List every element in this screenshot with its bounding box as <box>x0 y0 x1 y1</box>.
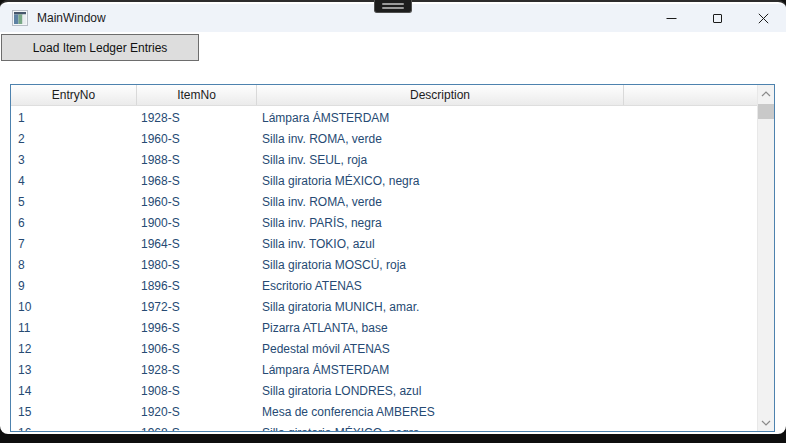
main-window: MainWindow Load Item Ledger Entries Entr… <box>0 0 786 434</box>
table-row[interactable]: 6 1900-S Silla inv. PARÍS, negra <box>11 212 757 233</box>
table-row[interactable]: 4 1968-S Silla giratoria MÉXICO, negra <box>11 170 757 191</box>
cell-description[interactable]: Pedestal móvil ATENAS <box>257 342 757 356</box>
load-button-label: Load Item Ledger Entries <box>33 41 168 55</box>
cell-item-no[interactable]: 1972-S <box>137 300 257 314</box>
cell-description[interactable]: Silla inv. SEUL, roja <box>257 153 757 167</box>
cell-item-no[interactable]: 1928-S <box>137 363 257 377</box>
cell-description[interactable]: Pizarra ATLANTA, base <box>257 321 757 335</box>
screen: MainWindow Load Item Ledger Entries Entr… <box>0 0 786 443</box>
maximize-icon <box>713 14 722 23</box>
close-button[interactable] <box>740 4 786 32</box>
close-icon <box>758 13 769 24</box>
cell-description[interactable]: Escritorio ATENAS <box>257 279 757 293</box>
cell-description[interactable]: Lámpara ÁMSTERDAM <box>257 363 757 377</box>
table-row[interactable]: 15 1920-S Mesa de conferencia AMBERES <box>11 401 757 422</box>
cell-item-no[interactable]: 1908-S <box>137 384 257 398</box>
scroll-up-button[interactable] <box>758 85 774 102</box>
drag-handle-icon <box>382 7 404 9</box>
cell-description[interactable]: Silla inv. ROMA, verde <box>257 195 757 209</box>
table-row[interactable]: 1 1928-S Lámpara ÁMSTERDAM <box>11 107 757 128</box>
cell-entry-no[interactable]: 14 <box>11 384 137 398</box>
cell-item-no[interactable]: 1960-S <box>137 195 257 209</box>
caption-buttons <box>648 4 786 32</box>
minimize-icon <box>666 13 677 24</box>
cell-entry-no[interactable]: 2 <box>11 132 137 146</box>
cell-entry-no[interactable]: 1 <box>11 111 137 125</box>
cell-item-no[interactable]: 1964-S <box>137 237 257 251</box>
cell-item-no[interactable]: 1920-S <box>137 405 257 419</box>
table-row[interactable]: 16 1968-S Silla giratoria MÉXICO, negra <box>11 422 757 431</box>
column-header-description[interactable]: Description <box>257 85 624 105</box>
cell-entry-no[interactable]: 3 <box>11 153 137 167</box>
snap-handle-widget[interactable] <box>374 0 412 13</box>
cell-description[interactable]: Silla inv. PARÍS, negra <box>257 216 757 230</box>
column-header-item-no[interactable]: ItemNo <box>137 85 257 105</box>
table-row[interactable]: 10 1972-S Silla giratoria MUNICH, amar. <box>11 296 757 317</box>
cell-item-no[interactable]: 1996-S <box>137 321 257 335</box>
vertical-scrollbar[interactable] <box>757 85 774 431</box>
cell-entry-no[interactable]: 7 <box>11 237 137 251</box>
grid-header-row: EntryNo ItemNo Description <box>11 85 757 106</box>
table-row[interactable]: 14 1908-S Silla giratoria LONDRES, azul <box>11 380 757 401</box>
cell-description[interactable]: Silla giratoria MÉXICO, negra <box>257 174 757 188</box>
table-row[interactable]: 3 1988-S Silla inv. SEUL, roja <box>11 149 757 170</box>
app-icon[interactable] <box>12 10 28 26</box>
cell-entry-no[interactable]: 13 <box>11 363 137 377</box>
chevron-down-icon <box>761 420 771 426</box>
scrollbar-thumb[interactable] <box>758 104 774 119</box>
cell-description[interactable]: Lámpara ÁMSTERDAM <box>257 111 757 125</box>
cell-item-no[interactable]: 1896-S <box>137 279 257 293</box>
grid-body: 1 1928-S Lámpara ÁMSTERDAM 2 1960-S Sill… <box>11 107 757 431</box>
cell-description[interactable]: Silla inv. TOKIO, azul <box>257 237 757 251</box>
table-row[interactable]: 9 1896-S Escritorio ATENAS <box>11 275 757 296</box>
cell-entry-no[interactable]: 16 <box>11 426 137 432</box>
cell-item-no[interactable]: 1968-S <box>137 174 257 188</box>
table-row[interactable]: 8 1980-S Silla giratoria MOSCÚ, roja <box>11 254 757 275</box>
cell-item-no[interactable]: 1988-S <box>137 153 257 167</box>
cell-description[interactable]: Silla inv. ROMA, verde <box>257 132 757 146</box>
cell-entry-no[interactable]: 15 <box>11 405 137 419</box>
table-row[interactable]: 13 1928-S Lámpara ÁMSTERDAM <box>11 359 757 380</box>
column-header-entry-no[interactable]: EntryNo <box>11 85 137 105</box>
cell-entry-no[interactable]: 4 <box>11 174 137 188</box>
cell-item-no[interactable]: 1906-S <box>137 342 257 356</box>
cell-item-no[interactable]: 1928-S <box>137 111 257 125</box>
cell-item-no[interactable]: 1900-S <box>137 216 257 230</box>
minimize-button[interactable] <box>648 4 694 32</box>
drag-handle-icon <box>382 3 404 5</box>
cell-item-no[interactable]: 1960-S <box>137 132 257 146</box>
cell-entry-no[interactable]: 11 <box>11 321 137 335</box>
table-row[interactable]: 7 1964-S Silla inv. TOKIO, azul <box>11 233 757 254</box>
cell-entry-no[interactable]: 10 <box>11 300 137 314</box>
maximize-button[interactable] <box>694 4 740 32</box>
item-ledger-datagrid: EntryNo ItemNo Description 1 1928-S Lámp… <box>10 84 775 432</box>
load-item-ledger-entries-button[interactable]: Load Item Ledger Entries <box>1 34 199 61</box>
table-row[interactable]: 11 1996-S Pizarra ATLANTA, base <box>11 317 757 338</box>
table-row[interactable]: 2 1960-S Silla inv. ROMA, verde <box>11 128 757 149</box>
cell-description[interactable]: Silla giratoria LONDRES, azul <box>257 384 757 398</box>
table-row[interactable]: 12 1906-S Pedestal móvil ATENAS <box>11 338 757 359</box>
cell-description[interactable]: Silla giratoria MÉXICO, negra <box>257 426 757 432</box>
cell-description[interactable]: Silla giratoria MUNICH, amar. <box>257 300 757 314</box>
window-title: MainWindow <box>37 11 106 25</box>
chevron-up-icon <box>761 91 771 97</box>
column-header-filler <box>624 85 757 105</box>
table-row[interactable]: 5 1960-S Silla inv. ROMA, verde <box>11 191 757 212</box>
cell-entry-no[interactable]: 12 <box>11 342 137 356</box>
cell-item-no[interactable]: 1968-S <box>137 426 257 432</box>
cell-description[interactable]: Silla giratoria MOSCÚ, roja <box>257 258 757 272</box>
cell-entry-no[interactable]: 6 <box>11 216 137 230</box>
cell-entry-no[interactable]: 9 <box>11 279 137 293</box>
cell-entry-no[interactable]: 5 <box>11 195 137 209</box>
cell-entry-no[interactable]: 8 <box>11 258 137 272</box>
scroll-down-button[interactable] <box>758 414 774 431</box>
cell-item-no[interactable]: 1980-S <box>137 258 257 272</box>
cell-description[interactable]: Mesa de conferencia AMBERES <box>257 405 757 419</box>
